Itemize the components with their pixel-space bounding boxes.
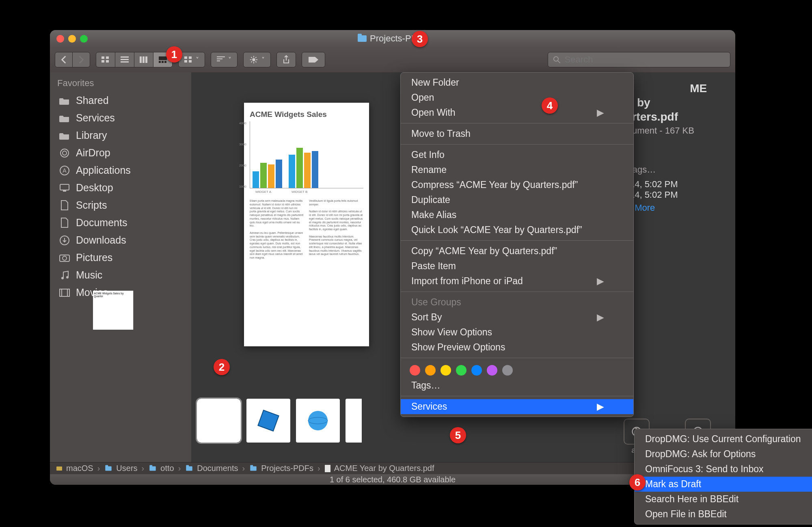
sidebar-item-desktop[interactable]: Desktop bbox=[50, 179, 191, 197]
annotation-badge: 6 bbox=[629, 474, 646, 490]
menu-item[interactable]: DropDMG: Ask for Options bbox=[635, 447, 812, 462]
menu-item[interactable]: Quick Look “ACME Year by Quarters.pdf” bbox=[401, 222, 633, 238]
annotation-badge: 4 bbox=[542, 97, 558, 114]
thumbnail[interactable] bbox=[296, 399, 340, 443]
svg-line-27 bbox=[255, 61, 256, 62]
tags-button[interactable] bbox=[302, 52, 325, 67]
svg-rect-0 bbox=[102, 56, 104, 59]
tag-color[interactable] bbox=[425, 365, 436, 376]
tag-color[interactable] bbox=[471, 365, 482, 376]
menu-item[interactable]: Open With▶ bbox=[401, 105, 633, 120]
sort-button[interactable]: ˅ bbox=[211, 52, 238, 67]
nav-buttons bbox=[55, 52, 90, 67]
thumbnail[interactable] bbox=[246, 399, 290, 443]
menu-item[interactable]: OmniFocus 3: Send to Inbox bbox=[635, 462, 812, 477]
menu-item[interactable]: New Folder bbox=[401, 75, 633, 90]
folder-icon bbox=[59, 236, 70, 245]
sidebar-item-services[interactable]: Services bbox=[50, 109, 191, 127]
menu-item[interactable]: Search Here in BBEdit bbox=[635, 492, 812, 507]
menu-item[interactable]: Copy “ACME Year by Quarters.pdf” bbox=[401, 244, 633, 259]
sidebar-item-airdrop[interactable]: AirDrop bbox=[50, 144, 191, 162]
sidebar-item-downloads[interactable]: Downloads bbox=[50, 231, 191, 249]
svg-rect-13 bbox=[164, 61, 166, 63]
chevron-right-icon: ▶ bbox=[597, 276, 604, 287]
svg-line-26 bbox=[251, 57, 252, 58]
svg-text:A: A bbox=[63, 167, 67, 174]
chart bbox=[250, 121, 363, 188]
tag-color[interactable] bbox=[441, 365, 451, 376]
forward-button[interactable] bbox=[73, 52, 90, 67]
document-preview: ACME Widgets Sales 1000200030004000 WIDG… bbox=[244, 103, 369, 346]
menu-item[interactable]: Tags… bbox=[401, 378, 633, 393]
tag-color[interactable] bbox=[456, 365, 466, 376]
path-segment[interactable]: macOS bbox=[56, 464, 93, 473]
view-switcher bbox=[96, 52, 173, 67]
icons-view[interactable] bbox=[96, 52, 115, 67]
menu-item[interactable]: Mark as Draft bbox=[635, 477, 812, 492]
path-bar: macOS›Users›otto›Documents›Projects-PDFs… bbox=[50, 462, 735, 474]
menu-item[interactable]: Paste Item bbox=[401, 259, 633, 274]
menu-item[interactable]: Show View Options bbox=[401, 325, 633, 340]
path-segment[interactable]: otto bbox=[148, 464, 174, 473]
svg-rect-36 bbox=[60, 184, 69, 190]
zoom-button[interactable] bbox=[80, 35, 88, 43]
path-segment[interactable]: ACME Year by Quarters.pdf bbox=[324, 464, 434, 473]
sidebar-item-music[interactable]: Music bbox=[50, 266, 191, 284]
titlebar: Projects-PDFs bbox=[50, 30, 735, 47]
svg-rect-17 bbox=[189, 60, 192, 63]
minimize-button[interactable] bbox=[68, 35, 76, 43]
tag-color[interactable] bbox=[410, 365, 420, 376]
tag-color[interactable] bbox=[487, 365, 497, 376]
doc-heading: ACME Widgets Sales bbox=[250, 110, 363, 119]
thumbnail[interactable]: ACME Widgets Sales by Quarter bbox=[197, 399, 241, 443]
search-field[interactable] bbox=[548, 52, 730, 67]
sidebar-item-shared[interactable]: Shared bbox=[50, 92, 191, 109]
sidebar-item-scripts[interactable]: Scripts bbox=[50, 197, 191, 214]
svg-rect-2 bbox=[102, 60, 104, 63]
close-button[interactable] bbox=[56, 35, 64, 43]
svg-rect-10 bbox=[159, 56, 167, 60]
chevron-right-icon: ▶ bbox=[597, 107, 604, 118]
menu-item[interactable]: Make Alias bbox=[401, 207, 633, 222]
svg-point-32 bbox=[60, 149, 69, 157]
folder-icon bbox=[59, 271, 70, 280]
menu-item[interactable]: Open bbox=[401, 90, 633, 105]
folder-icon bbox=[59, 218, 70, 227]
svg-rect-8 bbox=[143, 56, 145, 63]
folder-icon: A bbox=[59, 166, 70, 175]
path-segment[interactable]: Users bbox=[104, 464, 137, 473]
chevron-down-icon: ˅ bbox=[228, 56, 231, 64]
context-menu: New FolderOpenOpen With▶Move to TrashGet… bbox=[400, 72, 634, 417]
sidebar-item-applications[interactable]: AApplications bbox=[50, 162, 191, 179]
window-title: Projects-PDFs bbox=[50, 33, 735, 44]
action-button[interactable]: ˅ bbox=[243, 52, 271, 67]
menu-item[interactable]: DropDMG: Use Current Configuration bbox=[635, 432, 812, 447]
back-button[interactable] bbox=[55, 52, 73, 67]
menu-item[interactable]: Show Preview Options bbox=[401, 340, 633, 355]
menu-item[interactable]: Get Info bbox=[401, 147, 633, 162]
search-input[interactable] bbox=[565, 54, 725, 65]
menu-item[interactable]: Rename bbox=[401, 162, 633, 177]
svg-rect-5 bbox=[121, 59, 129, 60]
thumbnail[interactable] bbox=[346, 399, 362, 443]
sidebar-item-library[interactable]: Library bbox=[50, 127, 191, 144]
columns-view[interactable] bbox=[134, 52, 153, 67]
menu-item[interactable]: Duplicate bbox=[401, 192, 633, 207]
sidebar-item-documents[interactable]: Documents bbox=[50, 214, 191, 231]
sidebar-item-pictures[interactable]: Pictures bbox=[50, 249, 191, 266]
menu-item[interactable]: Services▶ bbox=[401, 399, 633, 414]
menu-item[interactable]: Import from iPhone or iPad▶ bbox=[401, 274, 633, 289]
list-view[interactable] bbox=[115, 52, 134, 67]
svg-point-41 bbox=[61, 277, 64, 279]
share-button[interactable] bbox=[276, 52, 296, 67]
folder-icon bbox=[59, 96, 70, 105]
menu-item: Use Groups bbox=[401, 295, 633, 310]
tag-color[interactable] bbox=[502, 365, 513, 376]
menu-item[interactable]: Compress “ACME Year by Quarters.pdf” bbox=[401, 177, 633, 192]
path-segment[interactable]: Projects-PDFs bbox=[249, 464, 313, 473]
menu-item[interactable]: Move to Trash bbox=[401, 126, 633, 141]
menu-item[interactable]: Sort By▶ bbox=[401, 310, 633, 325]
menu-item[interactable]: Open File in BBEdit bbox=[635, 507, 812, 522]
svg-rect-16 bbox=[184, 60, 187, 63]
path-segment[interactable]: Documents bbox=[185, 464, 238, 473]
